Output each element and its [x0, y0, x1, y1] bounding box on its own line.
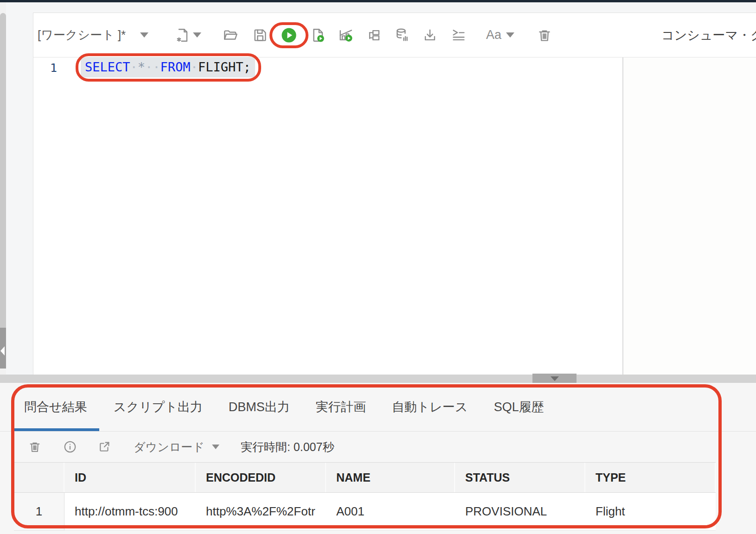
- info-icon: [65, 442, 76, 452]
- open-file-button[interactable]: [223, 27, 238, 43]
- line-number: 1: [50, 61, 57, 75]
- format-sql-button[interactable]: [451, 27, 467, 43]
- sql-star: *: [138, 60, 145, 74]
- folder-open-icon: [224, 31, 237, 39]
- left-scrollbar-thumb[interactable]: [0, 13, 6, 328]
- whitespace-dots: ··: [145, 60, 160, 74]
- tab-explain-plan[interactable]: 実行計画: [304, 383, 378, 431]
- elapsed-time-label: 実行時間: 0.007秒: [241, 439, 334, 455]
- sql-keyword-from: FROM: [160, 60, 191, 74]
- column-header-status[interactable]: STATUS: [455, 463, 585, 492]
- save-button[interactable]: [252, 27, 268, 43]
- download-icon: [425, 30, 435, 39]
- consumer-group-label[interactable]: コンシューマ・グ: [661, 27, 756, 44]
- column-header-encodedid[interactable]: ENCODEDID: [196, 463, 326, 492]
- open-in-new-button[interactable]: [97, 440, 111, 454]
- worksheet-menu-caret-icon[interactable]: [140, 32, 148, 38]
- tab-label: SQL履歴: [494, 399, 544, 415]
- clear-results-button[interactable]: [28, 440, 42, 454]
- editor-right-divider[interactable]: [622, 57, 623, 375]
- run-statement-button[interactable]: [281, 27, 297, 43]
- new-worksheet-caret-icon[interactable]: [193, 32, 201, 38]
- download-caret-icon[interactable]: [212, 445, 219, 449]
- right-side-panel: [623, 57, 756, 375]
- tab-label: 自動トレース: [392, 399, 468, 415]
- hierarchy-icon: [370, 31, 379, 40]
- save-icon: [255, 30, 266, 40]
- cell-encodedid: http%3A%2F%2Fotr: [196, 493, 326, 530]
- tab-label: スクリプト出力: [114, 399, 203, 415]
- collapse-left-icon: [0, 346, 5, 356]
- whitespace-dot: ·: [130, 60, 138, 74]
- worksheet-toolbar: [ワークシート ]*: [33, 13, 756, 57]
- open-in-new-icon: [100, 443, 109, 451]
- sql-worksheet-app: [ワークシート ]*: [0, 0, 756, 534]
- explain-plan-button[interactable]: [366, 27, 382, 43]
- cell-status: PROVISIONAL: [455, 493, 585, 530]
- trash-icon: [539, 31, 549, 40]
- font-size-button[interactable]: Aa: [486, 28, 501, 42]
- worksheet-title[interactable]: [ワークシート ]*: [38, 27, 138, 43]
- new-file-icon: [178, 29, 187, 41]
- results-panel: 問合せ結果 スクリプト出力 DBMS出力 実行計画 自動トレース SQL履歴: [0, 383, 756, 534]
- column-header-id[interactable]: ID: [64, 463, 196, 492]
- info-button[interactable]: [63, 440, 77, 454]
- results-grid: ID ENCODEDID NAME STATUS TYPE 1 http://o…: [14, 462, 716, 531]
- new-worksheet-button[interactable]: [174, 27, 190, 43]
- trash-icon: [31, 443, 39, 451]
- column-header-type[interactable]: TYPE: [585, 463, 716, 492]
- row-number-cell: 1: [14, 493, 64, 530]
- tab-autotrace[interactable]: 自動トレース: [380, 383, 480, 431]
- sql-statement[interactable]: SELECT·*··FROM·FLIGHT;: [81, 57, 255, 77]
- window-top-bar: [0, 0, 756, 2]
- left-splitter-handle[interactable]: [0, 328, 6, 369]
- indent-format-icon: [454, 30, 464, 40]
- download-editor-button[interactable]: [422, 27, 438, 43]
- splitter-handle[interactable]: [532, 374, 577, 384]
- tab-label: DBMS出力: [229, 399, 290, 415]
- explain-plan-chart-button[interactable]: [338, 27, 353, 43]
- grid-header-row: ID ENCODEDID NAME STATUS TYPE: [14, 462, 716, 493]
- database-stats-icon: [397, 29, 407, 40]
- tab-script-output[interactable]: スクリプト出力: [102, 383, 215, 431]
- results-toolbar: ダウンロード 実行時間: 0.007秒: [0, 432, 756, 462]
- cell-name: A001: [326, 493, 455, 530]
- results-tab-bar: 問合せ結果 スクリプト出力 DBMS出力 実行計画 自動トレース SQL履歴: [0, 383, 756, 432]
- clear-worksheet-button[interactable]: [537, 27, 552, 43]
- cell-id: http://otmm-tcs:900: [64, 493, 196, 530]
- font-size-caret-icon[interactable]: [506, 32, 514, 38]
- cell-type: Flight: [585, 493, 716, 530]
- sql-editor[interactable]: 1 SELECT·*··FROM·FLIGHT;: [33, 57, 756, 375]
- sql-keyword-select: SELECT: [85, 60, 130, 74]
- run-script-button[interactable]: [310, 27, 326, 43]
- column-header-name[interactable]: NAME: [326, 463, 455, 492]
- tab-sql-history[interactable]: SQL履歴: [482, 383, 556, 431]
- collapse-down-icon: [551, 376, 559, 381]
- worksheet-panel: [ワークシート ]*: [33, 13, 756, 375]
- tab-query-result[interactable]: 問合せ結果: [13, 383, 99, 431]
- row-number-header: [14, 463, 64, 492]
- download-results-button[interactable]: ダウンロード: [134, 439, 205, 455]
- whitespace-dot: ·: [191, 60, 198, 74]
- tab-label: 問合せ結果: [24, 399, 87, 415]
- tab-dbms-output[interactable]: DBMS出力: [217, 383, 302, 431]
- sql-table-name: FLIGHT;: [198, 60, 251, 74]
- sql-monitor-button[interactable]: [394, 27, 410, 43]
- table-row[interactable]: 1 http://otmm-tcs:900 http%3A%2F%2Fotr A…: [14, 493, 716, 531]
- horizontal-splitter[interactable]: [0, 375, 756, 383]
- tab-label: 実行計画: [316, 399, 366, 415]
